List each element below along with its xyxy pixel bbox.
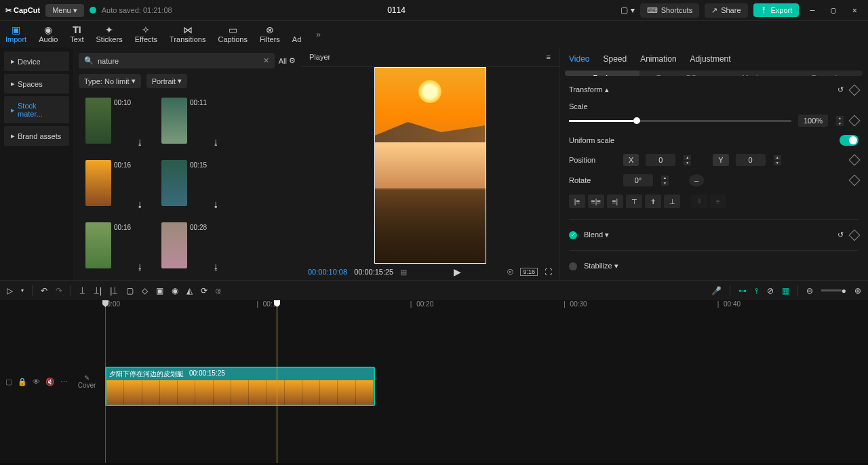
- clear-icon[interactable]: ✕: [263, 56, 269, 65]
- shortcuts-button[interactable]: ⌨ Shortcuts: [640, 3, 699, 18]
- keyframe-diamond-icon[interactable]: [849, 84, 861, 96]
- download-icon[interactable]: ⭳: [136, 138, 144, 146]
- track-visible-icon[interactable]: 👁: [33, 378, 40, 386]
- media-thumb[interactable]: 00:16 ⭳: [85, 222, 149, 271]
- search-input[interactable]: 🔍 nature ✕: [79, 53, 275, 68]
- tab-video[interactable]: Video: [569, 54, 589, 64]
- download-icon[interactable]: ⭳: [212, 138, 220, 146]
- track-lock-icon[interactable]: 🔒: [18, 378, 27, 386]
- magnet-icon[interactable]: ⊶: [738, 286, 747, 296]
- snapshot-icon[interactable]: ⦾: [507, 268, 513, 277]
- menu-button[interactable]: Menu ▾: [45, 4, 84, 17]
- uniform-scale-toggle[interactable]: [840, 135, 859, 146]
- zoom-slider[interactable]: ●: [821, 286, 846, 296]
- reset-icon[interactable]: ↺: [837, 230, 844, 239]
- media-thumb[interactable]: 00:10 ⭳: [85, 98, 149, 146]
- ribbon-ad[interactable]: Ad: [292, 23, 301, 46]
- copy-icon[interactable]: ▣: [156, 286, 163, 296]
- player-viewport[interactable]: [301, 67, 559, 264]
- link-icon[interactable]: ⊘: [767, 286, 774, 296]
- track-more-icon[interactable]: ⋯: [60, 378, 68, 386]
- align-right-icon[interactable]: ≡|: [607, 195, 623, 208]
- align-left-icon[interactable]: |≡: [569, 195, 585, 208]
- download-icon[interactable]: ⭳: [212, 263, 220, 271]
- snap-icon[interactable]: ⫯: [755, 286, 759, 296]
- player-menu-icon[interactable]: ≡: [547, 53, 551, 61]
- pos-x-stepper[interactable]: ▲▼: [684, 155, 691, 165]
- crop-icon[interactable]: ⟃: [216, 286, 220, 296]
- subtab-basic[interactable]: Basic: [565, 70, 639, 76]
- scale-stepper[interactable]: ▲▼: [836, 116, 844, 126]
- keyframe-diamond-icon[interactable]: [849, 115, 861, 127]
- cover-button[interactable]: ✎ Cover: [73, 300, 100, 463]
- split-left-icon[interactable]: ⟘|: [94, 286, 102, 296]
- timeline-ruler[interactable]: 00:00 | 00:10 | 00:20 | 00:30 | 00:40: [100, 300, 868, 314]
- keyframe-diamond-icon[interactable]: [849, 155, 861, 166]
- subtab-retouch[interactable]: Retouch: [788, 70, 863, 76]
- timeline-playhead[interactable]: [277, 300, 277, 463]
- split-icon[interactable]: ⟘: [79, 286, 85, 296]
- tab-speed[interactable]: Speed: [603, 54, 627, 64]
- ribbon-text[interactable]: TIText: [70, 23, 83, 46]
- pos-x-input[interactable]: 0: [646, 154, 675, 166]
- play-button[interactable]: ▶: [454, 266, 461, 277]
- ribbon-more-icon[interactable]: »: [316, 30, 321, 39]
- blend-checkbox[interactable]: ✓: [569, 231, 577, 239]
- undo-icon[interactable]: ↶: [41, 286, 47, 296]
- sidebar-item-stock[interactable]: ▸Stock mater...: [4, 96, 69, 123]
- split-right-icon[interactable]: |⟘: [110, 286, 118, 296]
- rotate-dial-icon[interactable]: –: [689, 174, 704, 186]
- pointer-dropdown-icon[interactable]: ▾: [21, 287, 24, 294]
- subtab-removebg[interactable]: Remove BG: [639, 70, 714, 76]
- track-mute-icon[interactable]: 🔇: [45, 378, 55, 386]
- download-icon[interactable]: ⭳: [136, 263, 144, 271]
- rotate-stepper[interactable]: ▲▼: [661, 176, 669, 186]
- media-thumb[interactable]: 00:16 ⭳: [85, 160, 149, 209]
- media-thumb[interactable]: 00:15 ⭳: [161, 160, 225, 209]
- sidebar-item-brand[interactable]: ▸Brand assets: [4, 126, 69, 146]
- fullscreen-icon[interactable]: ⛶: [545, 268, 552, 276]
- rotate-input[interactable]: 0°: [623, 174, 653, 186]
- delete-icon[interactable]: ▢: [126, 286, 134, 296]
- close-button[interactable]: ✕: [847, 5, 863, 15]
- align-top-icon[interactable]: ⊤: [626, 195, 642, 208]
- share-button[interactable]: ↗ Share: [705, 3, 747, 18]
- media-thumb[interactable]: 00:11 ⭳: [161, 98, 225, 146]
- sidebar-item-spaces[interactable]: ▸Spaces: [4, 74, 69, 94]
- align-hcenter-icon[interactable]: ≡|≡: [588, 195, 604, 208]
- download-icon[interactable]: ⭳: [136, 201, 144, 209]
- ribbon-audio[interactable]: ◉Audio: [39, 23, 58, 46]
- ribbon-filters[interactable]: ⊗Filters: [260, 23, 280, 46]
- maximize-button[interactable]: ▢: [826, 5, 842, 15]
- align-bottom-icon[interactable]: ⊥: [664, 195, 680, 208]
- rotate-icon[interactable]: ⟳: [201, 286, 208, 296]
- media-thumb[interactable]: 00:28 ⭳: [161, 222, 225, 271]
- ribbon-import[interactable]: ▣Import: [5, 23, 26, 46]
- scale-value[interactable]: 100%: [798, 115, 828, 127]
- reset-icon[interactable]: ↺: [837, 85, 844, 94]
- timeline-clip[interactable]: 夕阳下停在河边的皮划艇 00:00:15:25: [105, 367, 375, 406]
- scale-slider[interactable]: [569, 120, 791, 122]
- all-filter-button[interactable]: All ⚙: [279, 56, 296, 65]
- redo-icon[interactable]: ↷: [56, 286, 62, 296]
- zoomout-icon[interactable]: ⊖: [806, 286, 813, 296]
- preview-icon[interactable]: ▦: [782, 286, 789, 296]
- grid-icon[interactable]: ▦: [400, 268, 407, 277]
- aspect-icon[interactable]: ▢ ▾: [620, 5, 634, 15]
- zoomfit-icon[interactable]: ⊕: [854, 286, 861, 296]
- mic-icon[interactable]: 🎤: [711, 286, 722, 296]
- keyframe-diamond-icon[interactable]: [849, 175, 861, 186]
- pos-y-stepper[interactable]: ▲▼: [774, 155, 781, 165]
- tab-adjustment[interactable]: Adjustment: [690, 54, 731, 64]
- filter-type[interactable]: Type: No limit ▾: [79, 74, 141, 88]
- ribbon-transitions[interactable]: ⋈Transitions: [170, 23, 205, 46]
- pointer-tool-icon[interactable]: ▷: [7, 286, 13, 296]
- aspect-916-icon[interactable]: 9:16: [520, 268, 538, 276]
- ribbon-captions[interactable]: ▭Captions: [218, 23, 247, 46]
- filter-orientation[interactable]: Portrait ▾: [146, 74, 187, 88]
- timeline-tracks[interactable]: 00:00 | 00:10 | 00:20 | 00:30 | 00:40 夕阳…: [100, 300, 868, 463]
- reverse-icon[interactable]: ◉: [172, 286, 178, 296]
- shield-icon[interactable]: ◇: [142, 286, 148, 296]
- ribbon-effects[interactable]: ✧Effects: [135, 23, 157, 46]
- stabilize-checkbox[interactable]: [569, 262, 577, 270]
